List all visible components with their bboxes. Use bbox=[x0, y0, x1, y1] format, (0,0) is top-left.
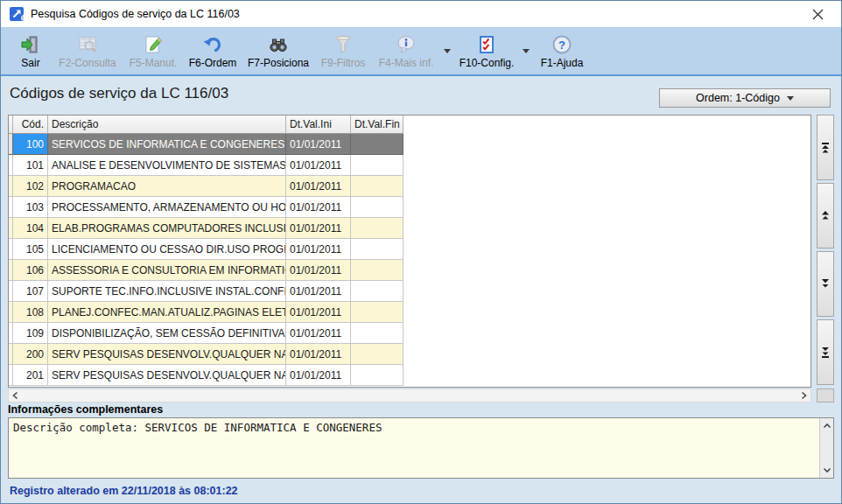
app-icon bbox=[10, 7, 24, 21]
toolbar-label: F6-Ordem bbox=[189, 57, 237, 69]
toolbar-label: F10-Config. bbox=[460, 57, 515, 69]
table-row[interactable]: 101 ANALISE E DESENVOLVIMENTO DE SISTEMA… bbox=[9, 155, 405, 176]
toolbar-button-f10-config[interactable]: F10-Config. bbox=[454, 28, 519, 74]
info-panel-label: Informações complementares bbox=[8, 403, 163, 416]
toolbar-button-f7-posiciona[interactable]: F7-Posiciona bbox=[242, 28, 314, 74]
table-search-icon bbox=[77, 32, 98, 55]
funnel-icon bbox=[333, 32, 354, 55]
first-record-button[interactable] bbox=[817, 115, 834, 180]
table-row[interactable]: 108 PLANEJ.CONFEC.MAN.ATUALIZ.PAGINAS EL… bbox=[9, 302, 405, 323]
scroll-down-icon[interactable] bbox=[821, 464, 833, 476]
scroll-up-icon[interactable] bbox=[821, 420, 833, 432]
toolbar-button-f9-filtros[interactable]: F9-Filtros bbox=[314, 28, 372, 74]
chevron-down-icon bbox=[787, 96, 794, 101]
toolbar-label: Sair bbox=[21, 57, 39, 69]
scroll-right-icon[interactable] bbox=[796, 389, 810, 402]
chevron-down-icon bbox=[444, 49, 451, 53]
horizontal-scrollbar[interactable] bbox=[8, 388, 811, 402]
scrollbar-corner bbox=[817, 388, 834, 402]
chevron-down-icon bbox=[523, 49, 530, 53]
binoculars-icon bbox=[268, 32, 289, 55]
table-row[interactable]: 106 ASSESSORIA E CONSULTORIA EM INFORMAT… bbox=[9, 260, 405, 281]
column-header-dtvalini[interactable]: Dt.Val.Ini bbox=[286, 116, 351, 134]
toolbar: Sair F2-Consulta bbox=[1, 27, 841, 76]
page-up-icon bbox=[820, 210, 831, 221]
next-page-button[interactable] bbox=[817, 251, 834, 317]
info-balloon-icon bbox=[396, 32, 417, 55]
last-record-icon bbox=[820, 346, 831, 359]
service-codes-table: Cód. Descrição Dt.Val.Ini Dt.Val.Fin 100… bbox=[8, 115, 811, 388]
scroll-left-icon[interactable] bbox=[9, 389, 23, 402]
table-row[interactable]: 201 SERV PESQUISAS DESENVOLV.QUALQUER NA… bbox=[9, 365, 405, 386]
last-record-button[interactable] bbox=[817, 319, 834, 385]
column-header-cod[interactable]: Cód. bbox=[13, 116, 48, 134]
table-header-row: Cód. Descrição Dt.Val.Ini Dt.Val.Fin bbox=[9, 116, 405, 134]
page-down-icon bbox=[820, 278, 831, 290]
window-title: Pesquisa Códigos de serviço da LC 116/03 bbox=[31, 8, 240, 20]
table-row[interactable]: 107 SUPORTE TEC.INFO.INCLUSIVE INSTAL.CO… bbox=[9, 281, 405, 302]
order-button[interactable]: Ordem: 1-Código bbox=[659, 88, 831, 108]
info-panel[interactable]: Descrição completa: SERVICOS DE INFORMAT… bbox=[8, 417, 834, 479]
column-header-dtvalfin[interactable]: Dt.Val.Fin bbox=[351, 116, 403, 134]
table-row[interactable]: 105 LICENCIAMENTO OU CESSAO DIR.USO PROG… bbox=[9, 239, 405, 260]
table-row[interactable]: 100 SERVICOS DE INFORMATICA E CONGENERES… bbox=[9, 134, 405, 155]
svg-text:?: ? bbox=[558, 38, 565, 52]
toolbar-button-f1-ajuda[interactable]: ? F1-Ajuda bbox=[533, 28, 591, 74]
table-row[interactable]: 200 SERV PESQUISAS DESENVOLV.QUALQUER NA… bbox=[9, 344, 405, 365]
order-button-label: Ordem: 1-Código bbox=[696, 92, 780, 104]
first-record-icon bbox=[820, 142, 831, 154]
undo-arrow-icon bbox=[202, 32, 223, 55]
title-bar: Pesquisa Códigos de serviço da LC 116/03 bbox=[1, 1, 841, 27]
toolbar-label: F7-Posiciona bbox=[248, 57, 309, 69]
edit-pencil-icon bbox=[143, 32, 164, 55]
toolbar-label: F4-Mais inf. bbox=[379, 57, 434, 69]
table-row[interactable]: 104 ELAB.PROGRAMAS COMPUTADORES INCLUSIV… bbox=[9, 218, 405, 239]
column-header-descricao[interactable]: Descrição bbox=[48, 116, 286, 134]
toolbar-button-f6-ordem[interactable]: F6-Ordem bbox=[183, 28, 242, 74]
toolbar-button-f2-consulta[interactable]: F2-Consulta bbox=[52, 28, 123, 74]
toolbar-label: F9-Filtros bbox=[321, 57, 366, 69]
toolbar-label: F5-Manut. bbox=[130, 57, 178, 69]
close-icon bbox=[812, 9, 824, 20]
help-icon: ? bbox=[551, 32, 572, 55]
toolbar-button-f4-mais-inf[interactable]: F4-Mais inf. bbox=[372, 28, 440, 74]
close-button[interactable] bbox=[801, 1, 834, 27]
table-row[interactable]: 103 PROCESSAMENTO, ARMAZENAMENTO OU HOSP… bbox=[9, 197, 405, 218]
table-row[interactable]: 109 DISPONIBILIZAÇÃO, SEM CESSÃO DEFINIT… bbox=[9, 323, 405, 344]
config-dropdown-caret[interactable] bbox=[519, 28, 533, 74]
checklist-icon bbox=[476, 32, 497, 55]
toolbar-button-f5-manut[interactable]: F5-Manut. bbox=[123, 28, 183, 74]
toolbar-label: F1-Ajuda bbox=[541, 57, 584, 69]
table-row[interactable]: 102 PROGRAMACAO 01/01/2011 bbox=[9, 176, 405, 197]
page-title: Códigos de serviço da LC 116/03 bbox=[10, 85, 228, 102]
prior-page-button[interactable] bbox=[817, 183, 834, 248]
toolbar-label: F2-Consulta bbox=[59, 57, 116, 69]
app-window: Pesquisa Códigos de serviço da LC 116/03… bbox=[0, 0, 842, 504]
info-panel-text: Descrição completa: SERVICOS DE INFORMAT… bbox=[13, 421, 816, 434]
record-navigation-column bbox=[817, 115, 834, 388]
info-vertical-scrollbar[interactable] bbox=[819, 418, 833, 478]
exit-door-icon bbox=[20, 32, 41, 55]
mais-inf-dropdown-caret[interactable] bbox=[440, 28, 454, 74]
status-bar-text: Registro alterado em 22/11/2018 às 08:01… bbox=[10, 485, 238, 497]
toolbar-button-sair[interactable]: Sair bbox=[10, 28, 52, 74]
